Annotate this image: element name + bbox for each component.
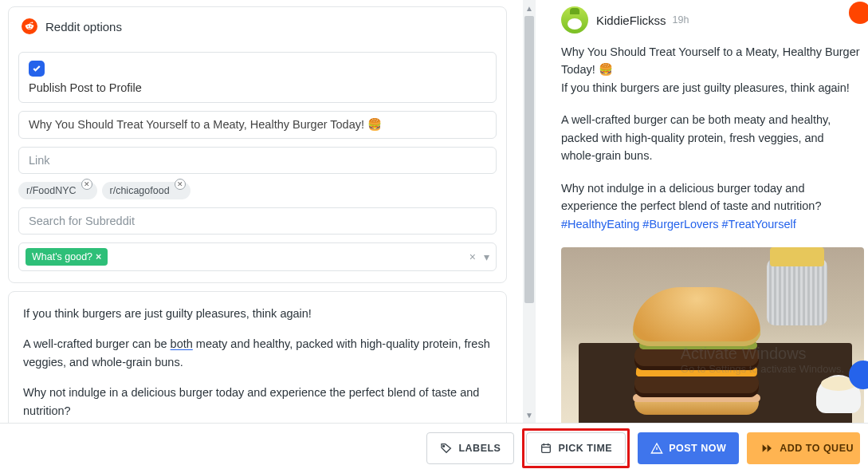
scroll-down-arrow-icon[interactable]: ▼ xyxy=(523,408,536,421)
flair-tag[interactable]: What's good? × xyxy=(26,248,108,266)
preview-body: Why You Should Treat Yourself to a Meaty… xyxy=(561,43,868,423)
preview-hashtags[interactable]: #HealthyEating #BurgerLovers #TreatYours… xyxy=(561,218,796,231)
footer-bar: Labels Pick Time Post Now Add to Queu xyxy=(0,423,868,473)
body-paragraph: Why not indulge in a delicious burger to… xyxy=(23,384,492,423)
flair-clear-icon[interactable]: × xyxy=(469,250,476,263)
composer-panel: Reddit options Publish Post to Profile W… xyxy=(0,0,510,423)
pick-time-button[interactable]: Pick Time xyxy=(526,432,626,464)
body-paragraph: If you think burgers are just guilty ple… xyxy=(23,305,492,322)
labels-button-label: Labels xyxy=(458,443,501,454)
add-to-queue-button-label: Add to Queu xyxy=(780,443,854,454)
link-placeholder: Link xyxy=(29,154,50,167)
publish-checkbox[interactable] xyxy=(29,61,45,77)
flair-tag-remove-icon[interactable]: × xyxy=(96,251,101,262)
svg-point-6 xyxy=(443,445,445,447)
svg-rect-7 xyxy=(542,444,551,452)
flair-tag-label: What's good? xyxy=(32,251,96,262)
scrollbar-thumb[interactable] xyxy=(524,16,534,303)
chip-remove-icon[interactable]: ✕ xyxy=(81,179,92,190)
scroll-up-arrow-icon[interactable]: ▲ xyxy=(523,2,536,14)
publish-to-profile-field[interactable]: Publish Post to Profile xyxy=(18,52,497,103)
alert-icon xyxy=(650,442,663,455)
add-to-queue-button[interactable]: Add to Queu xyxy=(747,432,860,464)
svg-point-3 xyxy=(27,26,29,27)
link-input[interactable]: Link xyxy=(18,147,497,174)
preview-image xyxy=(561,247,864,423)
reddit-options-title: Reddit options xyxy=(45,20,122,34)
post-now-button-label: Post Now xyxy=(669,443,726,454)
svg-point-4 xyxy=(30,26,32,27)
post-now-button[interactable]: Post Now xyxy=(638,432,739,464)
publish-checkbox-label: Publish Post to Profile xyxy=(29,81,486,94)
reddit-options-header: Reddit options xyxy=(9,7,506,39)
preview-paragraph: Why You Should Treat Yourself to a Meaty… xyxy=(561,43,860,97)
flair-select[interactable]: What's good? × × ▾ xyxy=(18,242,497,271)
flair-dropdown-icon[interactable]: ▾ xyxy=(484,250,489,263)
chip-remove-icon[interactable]: ✕ xyxy=(175,179,186,190)
post-title-value: Why You Should Treat Yourself to a Meaty… xyxy=(29,118,382,131)
reddit-icon xyxy=(22,18,37,34)
subreddit-chip-label: r/chicagofood xyxy=(110,185,170,196)
search-subreddit-placeholder: Search for Subreddit xyxy=(29,215,135,227)
pick-time-button-label: Pick Time xyxy=(558,443,612,454)
pick-time-highlight: Pick Time xyxy=(522,428,630,468)
search-subreddit-input[interactable]: Search for Subreddit xyxy=(18,207,497,235)
subreddit-chip[interactable]: r/chicagofood✕ xyxy=(102,182,190,199)
fast-forward-icon xyxy=(760,442,774,455)
reddit-badge-icon[interactable] xyxy=(849,2,868,24)
preview-paragraph: A well-crafted burger can be both meaty … xyxy=(561,111,860,164)
post-body-editor[interactable]: If you think burgers are just guilty ple… xyxy=(8,291,507,423)
vertical-scrollbar[interactable]: ▲ ▼ xyxy=(510,0,536,423)
tag-icon xyxy=(440,442,453,455)
subreddit-chip-row: r/FoodNYC✕ r/chicagofood✕ xyxy=(18,182,497,199)
preview-panel: KiddieFlickss 19h Why You Should Treat Y… xyxy=(536,0,868,423)
subreddit-chip[interactable]: r/FoodNYC✕ xyxy=(18,182,97,199)
post-title-input[interactable]: Why You Should Treat Yourself to a Meaty… xyxy=(18,111,497,139)
post-time: 19h xyxy=(673,14,689,26)
underlined-word: both xyxy=(171,337,193,350)
preview-header: KiddieFlickss 19h xyxy=(561,6,868,34)
author-name[interactable]: KiddieFlickss xyxy=(596,14,666,27)
body-paragraph: A well-crafted burger can be both meaty … xyxy=(23,335,492,371)
calendar-icon xyxy=(540,442,552,455)
preview-paragraph: Why not indulge in a delicious burger to… xyxy=(561,179,860,233)
reddit-options-card: Reddit options Publish Post to Profile W… xyxy=(8,6,507,283)
author-avatar[interactable] xyxy=(561,6,588,34)
subreddit-chip-label: r/FoodNYC xyxy=(26,185,77,196)
labels-button[interactable]: Labels xyxy=(426,432,514,464)
